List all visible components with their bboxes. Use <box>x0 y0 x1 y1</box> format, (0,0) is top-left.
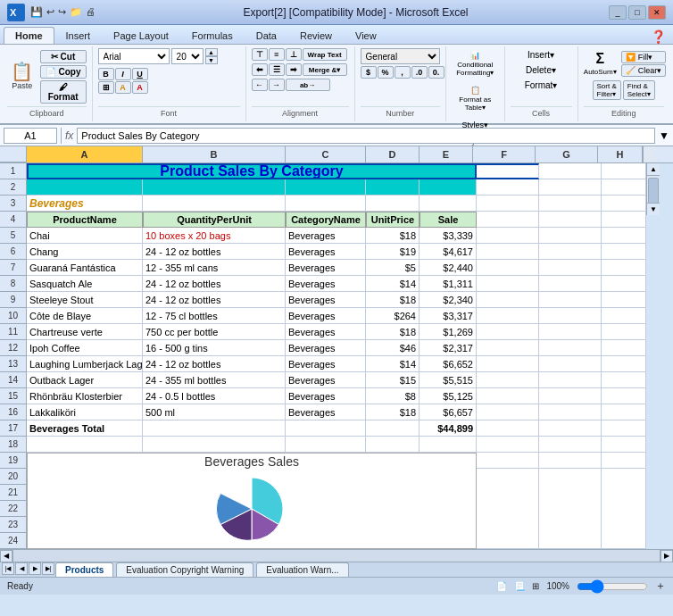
cell-B12[interactable]: 16 - 500 g tins <box>143 340 286 356</box>
cell-D2[interactable] <box>366 179 420 196</box>
italic-button[interactable]: I <box>115 68 131 80</box>
cell-D7[interactable]: $5 <box>366 260 420 276</box>
col-header-E[interactable]: E <box>420 146 473 162</box>
minimize-button[interactable]: _ <box>609 5 627 20</box>
row-num-21[interactable]: 21 <box>0 485 27 501</box>
cell-H1[interactable] <box>602 163 646 179</box>
cell-G1[interactable] <box>539 163 602 179</box>
cell-F9[interactable] <box>477 292 539 308</box>
cell-B16[interactable]: 500 ml <box>143 404 286 420</box>
align-middle-button[interactable]: ≡ <box>269 48 285 61</box>
cell-A6[interactable]: Chang <box>27 244 143 260</box>
cell-G9[interactable] <box>539 292 602 308</box>
cell-B7[interactable]: 12 - 355 ml cans <box>143 260 286 276</box>
cell-A16[interactable]: Lakkaliköri <box>27 404 143 420</box>
cell-B3[interactable] <box>143 196 286 212</box>
cell-F13[interactable] <box>477 356 539 372</box>
cell-D11[interactable]: $18 <box>366 324 420 340</box>
cell-F12[interactable] <box>477 340 539 356</box>
cell-C2[interactable] <box>286 179 366 196</box>
cell-G14[interactable] <box>539 372 602 388</box>
clear-button[interactable]: 🧹 Clear▾ <box>621 64 666 77</box>
cell-D13[interactable]: $14 <box>366 356 420 372</box>
close-button[interactable]: ✕ <box>648 5 666 20</box>
col-header-G[interactable]: G <box>536 146 598 162</box>
cell-G12[interactable] <box>539 340 602 356</box>
row-num-22[interactable]: 22 <box>0 501 27 517</box>
cell-G7[interactable] <box>539 260 602 276</box>
cell-A7[interactable]: Guaraná Fantástica <box>27 260 143 276</box>
horizontal-scrollbar[interactable]: ◀ ▶ <box>0 549 673 562</box>
sort-filter-button[interactable]: Sort &Filter▾ <box>593 80 621 100</box>
font-family-select[interactable]: Arial <box>98 48 170 64</box>
cell-B6[interactable]: 24 - 12 oz bottles <box>143 244 286 260</box>
decrease-decimal-button[interactable]: 0. <box>428 66 445 79</box>
cell-H4[interactable] <box>602 212 646 228</box>
cell-B8[interactable]: 24 - 12 oz bottles <box>143 276 286 292</box>
scrollbar-up-button[interactable]: ▲ <box>647 163 660 176</box>
zoom-slider[interactable] <box>577 583 648 590</box>
cell-B9[interactable]: 24 - 12 oz bottles <box>143 292 286 308</box>
find-select-button[interactable]: Find &Select▾ <box>623 80 655 100</box>
cell-A10[interactable]: Côte de Blaye <box>27 308 143 324</box>
cell-C15[interactable]: Beverages <box>286 388 366 404</box>
cell-G15[interactable] <box>539 388 602 404</box>
row-num-8[interactable]: 8 <box>0 276 27 292</box>
insert-cells-button[interactable]: Insert ▾ <box>523 48 559 62</box>
row-num-20[interactable]: 20 <box>0 469 27 485</box>
delete-cells-button[interactable]: Delete ▾ <box>521 63 561 77</box>
cell-A17[interactable]: Beverages Total <box>27 420 143 437</box>
row-num-14[interactable]: 14 <box>0 372 27 388</box>
cell-G20[interactable] <box>539 469 602 549</box>
sheet-nav-prev[interactable]: ◀ <box>15 562 28 575</box>
view-normal-icon[interactable]: 📄 <box>496 581 507 591</box>
sheet-tab-products[interactable]: Products <box>55 562 113 577</box>
cell-reference-box[interactable] <box>4 128 57 144</box>
cell-G3[interactable] <box>539 196 602 212</box>
cell-B5[interactable]: 10 boxes x 20 bags <box>143 228 286 244</box>
cell-D4[interactable]: UnitPrice <box>366 212 420 228</box>
cell-A8[interactable]: Sasquatch Ale <box>27 276 143 292</box>
cell-E6[interactable]: $4,617 <box>420 244 477 260</box>
cell-G4[interactable] <box>539 212 602 228</box>
formula-expand-icon[interactable]: ▼ <box>659 129 669 142</box>
cell-F4[interactable] <box>477 212 539 228</box>
cell-E7[interactable]: $2,440 <box>420 260 477 276</box>
row-num-5[interactable]: 5 <box>0 228 27 244</box>
row-num-6[interactable]: 6 <box>0 244 27 260</box>
cell-H13[interactable] <box>602 356 646 372</box>
format-cells-button[interactable]: Format ▾ <box>520 79 562 92</box>
cell-F8[interactable] <box>477 276 539 292</box>
cell-F14[interactable] <box>477 372 539 388</box>
row-num-1[interactable]: 1 <box>0 163 27 179</box>
font-color-button[interactable]: A <box>132 81 148 94</box>
cell-E17[interactable]: $44,899 <box>420 420 477 437</box>
col-header-C[interactable]: C <box>286 146 366 162</box>
cell-E11[interactable]: $1,269 <box>420 324 477 340</box>
row-num-10[interactable]: 10 <box>0 308 27 324</box>
tab-view[interactable]: View <box>344 27 388 44</box>
row-num-13[interactable]: 13 <box>0 356 27 372</box>
cell-E10[interactable]: $3,317 <box>420 308 477 324</box>
col-header-F[interactable]: F <box>473 146 536 162</box>
cell-F3[interactable] <box>477 196 539 212</box>
col-header-A[interactable]: A <box>27 146 143 162</box>
row-num-23[interactable]: 23 <box>0 517 27 533</box>
row-num-19[interactable]: 19 <box>0 453 27 469</box>
cell-A13[interactable]: Laughing Lumberjack Lager <box>27 356 143 372</box>
font-decrease-button[interactable]: ▼ <box>205 56 218 64</box>
decrease-indent-button[interactable]: ← <box>252 79 268 91</box>
cell-F5[interactable] <box>477 228 539 244</box>
sheet-tab-evaluation[interactable]: Evaluation Copyright Warning <box>116 562 253 577</box>
conditional-formatting-button[interactable]: 📊 Conditional Formatting▾ <box>451 48 500 79</box>
cell-C9[interactable]: Beverages <box>286 292 366 308</box>
cell-D8[interactable]: $14 <box>366 276 420 292</box>
cell-F17[interactable] <box>477 420 539 437</box>
cell-A2[interactable] <box>27 179 143 196</box>
copy-button[interactable]: 📄 Copy <box>40 65 87 79</box>
cell-D9[interactable]: $18 <box>366 292 420 308</box>
cell-G6[interactable] <box>539 244 602 260</box>
cell-F19[interactable] <box>477 453 539 469</box>
cell-B17[interactable] <box>143 420 286 437</box>
cell-D18[interactable] <box>366 437 420 453</box>
